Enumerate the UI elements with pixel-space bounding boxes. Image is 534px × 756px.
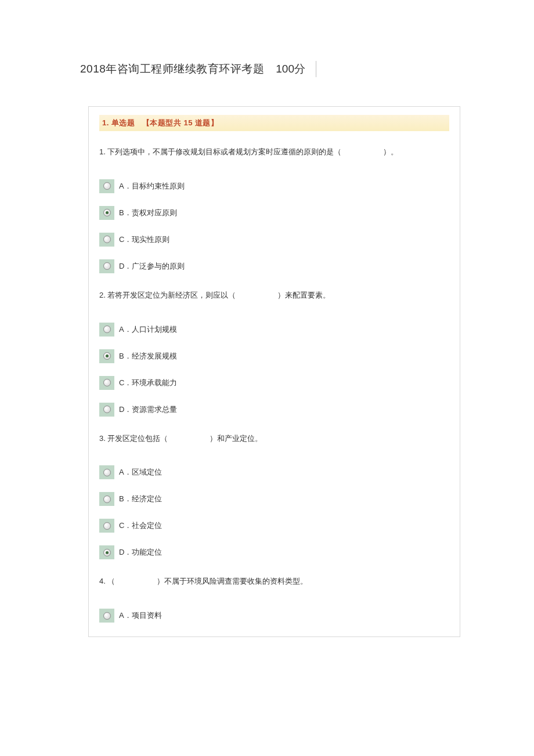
radio-icon[interactable] [99,206,114,220]
option-row[interactable]: A．区域定位 [99,465,449,479]
question-text: 4. （）不属于环境风险调查需要收集的资料类型。 [99,576,449,588]
section-number: 1. [102,118,109,127]
option-label: D．广泛参与的原则 [119,261,185,272]
question-text: 3. 开发区定位包括（）和产业定位。 [99,433,449,445]
option-row[interactable]: A．人口计划规模 [99,323,449,337]
option-row[interactable]: A．目标约束性原则 [99,179,449,193]
option-label: B．经济发展规模 [119,351,177,361]
question-text: 2. 若将开发区定位为新经济区，则应以（）来配置要素。 [99,290,449,302]
option-row[interactable]: B．经济发展规模 [99,349,449,363]
title-divider [316,61,316,77]
question-number: 3. [99,434,106,443]
option-label: A．项目资料 [119,610,162,621]
section-label: 单选题 [111,118,135,127]
option-row[interactable]: A．项目资料 [99,609,449,623]
question-body-after: ）来配置要素。 [277,291,330,299]
option-label: A．目标约束性原则 [119,181,185,191]
question-number: 2. [99,291,106,299]
question-text: 1. 下列选项中，不属于修改规划目标或者规划方案时应遵循的原则的是（）。 [99,146,449,158]
question-block: 2. 若将开发区定位为新经济区，则应以（）来配置要素。 A．人口计划规模 B．经… [99,290,449,417]
question-block: 3. 开发区定位包括（）和产业定位。 A．区域定位 B．经济定位 C．社会定位 … [99,433,449,560]
radio-icon[interactable] [99,403,114,417]
exam-container: 1. 单选题 【本题型共 15 道题】 1. 下列选项中，不属于修改规划目标或者… [88,106,460,637]
question-number: 1. [99,147,106,156]
radio-icon[interactable] [99,609,114,623]
question-body-before: 开发区定位包括（ [107,434,168,443]
option-label: C．环境承载能力 [119,378,177,388]
option-label: C．现实性原则 [119,234,169,245]
radio-icon[interactable] [99,259,114,273]
option-row[interactable]: C．环境承载能力 [99,376,449,390]
section-header: 1. 单选题 【本题型共 15 道题】 [99,115,449,131]
radio-icon[interactable] [99,465,114,479]
option-label: B．经济定位 [119,494,162,504]
radio-icon[interactable] [99,233,114,247]
page-title-row: 2018 年咨询工程师继续教育环评考题 100 分 [80,61,534,77]
option-row[interactable]: B．经济定位 [99,492,449,506]
option-label: D．资源需求总量 [119,404,177,415]
radio-icon[interactable] [99,545,114,559]
question-body-before: 下列选项中，不属于修改规划目标或者规划方案时应遵循的原则的是（ [107,147,341,156]
question-block: 1. 下列选项中，不属于修改规划目标或者规划方案时应遵循的原则的是（）。 A．目… [99,146,449,273]
question-body-after: ）不属于环境风险调查需要收集的资料类型。 [157,577,308,585]
question-body-before: （ [107,577,115,585]
option-row[interactable]: C．现实性原则 [99,233,449,247]
question-body-after: ）。 [383,147,398,156]
option-row[interactable]: C．社会定位 [99,519,449,533]
option-label: D．功能定位 [119,547,162,558]
radio-icon[interactable] [99,323,114,337]
title-year: 2018 [80,63,106,75]
option-label: B．责权对应原则 [119,208,177,218]
option-row[interactable]: D．广泛参与的原则 [99,259,449,273]
option-label: A．人口计划规模 [119,324,177,335]
option-row[interactable]: B．责权对应原则 [99,206,449,220]
question-block: 4. （）不属于环境风险调查需要收集的资料类型。 A．项目资料 [99,576,449,623]
section-note: 【本题型共 15 道题】 [142,118,219,127]
question-body-after: ）和产业定位。 [210,434,262,443]
radio-icon[interactable] [99,349,114,363]
title-score-suffix: 分 [294,62,306,77]
title-main: 年咨询工程师继续教育环评考题 [106,62,264,77]
radio-icon[interactable] [99,492,114,506]
question-body-before: 若将开发区定位为新经济区，则应以（ [107,291,236,299]
option-label: A．区域定位 [119,467,162,478]
option-row[interactable]: D．资源需求总量 [99,403,449,417]
radio-icon[interactable] [99,376,114,390]
document-page: 2018 年咨询工程师继续教育环评考题 100 分 1. 单选题 【本题型共 1… [0,0,534,637]
option-label: C．社会定位 [119,520,162,531]
radio-icon[interactable] [99,179,114,193]
option-row[interactable]: D．功能定位 [99,545,449,559]
title-score-number: 100 [276,63,294,75]
radio-icon[interactable] [99,519,114,533]
question-number: 4. [99,577,106,585]
